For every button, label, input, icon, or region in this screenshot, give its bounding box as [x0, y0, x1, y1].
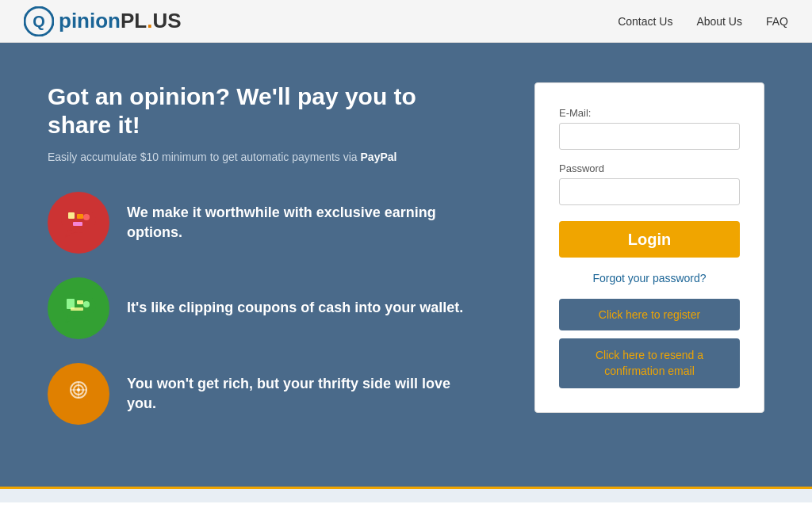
- feature-icon-2: [48, 277, 109, 339]
- feature-item-2: It's like clipping coupons of cash into …: [48, 277, 468, 339]
- svg-point-8: [61, 293, 96, 319]
- svg-point-12: [83, 301, 90, 307]
- forgot-password-link[interactable]: Forgot your password?: [559, 272, 740, 285]
- feature-text-2: It's like clipping coupons of cash into …: [127, 298, 463, 318]
- nav-faq[interactable]: FAQ: [766, 15, 788, 28]
- main-nav: Contact Us About Us FAQ: [618, 15, 788, 28]
- feature-list: We make it worthwhile with exclusive ear…: [48, 192, 468, 425]
- email-label: E-Mail:: [559, 107, 740, 119]
- svg-rect-5: [77, 214, 83, 219]
- feature-icon-1: [48, 192, 109, 254]
- header: Q pinionPL.US Contact Us About Us FAQ: [0, 0, 812, 43]
- hero-subtitle: Easily accumulate $10 minimum to get aut…: [48, 151, 468, 163]
- svg-rect-13: [71, 307, 83, 311]
- svg-rect-7: [73, 222, 82, 226]
- password-group: Password: [559, 162, 740, 205]
- logo-icon: Q: [24, 6, 54, 36]
- register-button[interactable]: Click here to register: [559, 299, 740, 330]
- nav-about[interactable]: About Us: [696, 15, 742, 28]
- resend-confirmation-button[interactable]: Click here to resend a confirmation emai…: [559, 338, 740, 388]
- feature-item-1: We make it worthwhile with exclusive ear…: [48, 192, 468, 254]
- feature-text-3: You won't get rich, but your thrifty sid…: [127, 374, 468, 414]
- logo-text: pinionPL.US: [59, 9, 182, 33]
- feature-item-3: You won't get rich, but your thrifty sid…: [48, 363, 468, 425]
- svg-rect-11: [77, 300, 83, 304]
- email-group: E-Mail:: [559, 107, 740, 150]
- footer-strip: [0, 487, 812, 502]
- hero-section: Got an opinion? We'll pay you to share i…: [0, 43, 812, 487]
- feature-text-1: We make it worthwhile with exclusive ear…: [127, 203, 468, 242]
- email-input[interactable]: [559, 123, 740, 150]
- hero-title: Got an opinion? We'll pay you to share i…: [48, 82, 468, 139]
- svg-point-2: [61, 208, 96, 233]
- hero-left: Got an opinion? We'll pay you to share i…: [48, 82, 468, 425]
- logo: Q pinionPL.US: [24, 6, 182, 36]
- password-label: Password: [559, 162, 740, 174]
- password-input[interactable]: [559, 178, 740, 205]
- svg-text:Q: Q: [33, 13, 45, 30]
- svg-point-6: [83, 214, 90, 220]
- nav-contact[interactable]: Contact Us: [618, 15, 672, 28]
- feature-icon-3: [48, 363, 109, 425]
- login-card: E-Mail: Password Login Forgot your passw…: [534, 82, 764, 413]
- svg-rect-4: [68, 212, 75, 219]
- login-button[interactable]: Login: [559, 221, 740, 258]
